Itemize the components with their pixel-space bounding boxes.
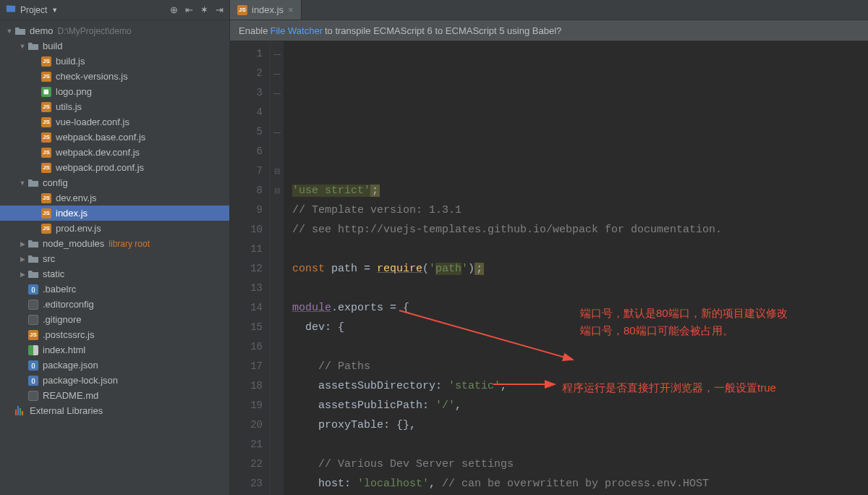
target-icon[interactable]: ⊕ (170, 4, 178, 15)
tree-item[interactable]: {}package-lock.json (0, 373, 229, 388)
tab-index-js[interactable]: JS index.js × (230, 0, 302, 20)
fold-marker[interactable]: — (271, 122, 284, 142)
dropdown-arrow-icon[interactable]: ▼ (51, 7, 58, 14)
fold-marker[interactable] (271, 396, 284, 415)
code-line[interactable]: assetsPublicPath: '/', (292, 396, 868, 415)
expand-arrow-icon[interactable]: ▶ (17, 271, 27, 278)
fold-marker[interactable] (271, 240, 284, 259)
line-number-gutter[interactable]: 1234567891011121314151617181920212223 (230, 41, 271, 495)
line-number[interactable]: 11 (230, 240, 263, 259)
fold-marker[interactable] (271, 318, 284, 337)
close-icon[interactable]: × (288, 4, 294, 15)
line-number[interactable]: 20 (230, 415, 263, 435)
line-number[interactable]: 21 (230, 435, 263, 454)
tree-item[interactable]: {}.babelrc (0, 282, 229, 297)
fold-marker[interactable] (271, 337, 284, 357)
line-number[interactable]: 22 (230, 454, 263, 474)
fold-column[interactable]: ————⊟⊟ (271, 41, 284, 495)
line-number[interactable]: 9 (230, 200, 263, 220)
line-number[interactable]: 15 (230, 318, 263, 337)
fold-marker[interactable] (271, 298, 284, 318)
fold-marker[interactable]: — (271, 83, 284, 103)
line-number[interactable]: 12 (230, 259, 263, 279)
collapse-icon[interactable]: ⇤ (185, 4, 193, 15)
tree-item[interactable]: {}package.json (0, 358, 229, 373)
line-number[interactable]: 2 (230, 64, 263, 83)
tree-item[interactable]: ▶static (0, 266, 229, 282)
line-number[interactable]: 6 (230, 142, 263, 161)
code-line[interactable]: dev: { (292, 318, 868, 337)
line-number[interactable]: 17 (230, 357, 263, 376)
code-line[interactable]: host: 'localhost', // can be overwritten… (292, 474, 868, 494)
line-number[interactable]: 19 (230, 396, 263, 415)
tree-item[interactable]: ▼config (0, 175, 229, 190)
tree-item[interactable]: ▶node_moduleslibrary root (0, 236, 229, 251)
fold-marker[interactable]: — (271, 44, 284, 64)
tree-item[interactable]: JSwebpack.dev.conf.js (0, 145, 229, 160)
tree-item[interactable]: JSutils.js (0, 99, 229, 114)
fold-marker[interactable]: ⊟ (271, 181, 284, 200)
tree-item[interactable]: JSvue-loader.conf.js (0, 114, 229, 130)
expand-arrow-icon[interactable]: ▼ (17, 43, 27, 50)
line-number[interactable]: 18 (230, 376, 263, 396)
code-line[interactable] (292, 279, 868, 298)
fold-marker[interactable] (271, 220, 284, 240)
fold-marker[interactable] (271, 454, 284, 474)
code-line[interactable]: // Template version: 1.3.1 (292, 200, 868, 220)
code-content[interactable]: 端口号，默认是80端口，新的项目建议修改 端口号，80端口可能会被占用。 程序运… (284, 41, 868, 495)
line-number[interactable]: 4 (230, 103, 263, 122)
fold-marker[interactable] (271, 474, 284, 494)
line-number[interactable]: 5 (230, 122, 263, 142)
gear-icon[interactable]: ✶ (200, 4, 208, 15)
line-number[interactable]: 13 (230, 279, 263, 298)
code-line[interactable]: module.exports = { (292, 298, 868, 318)
code-line[interactable] (292, 337, 868, 357)
fold-marker[interactable] (271, 415, 284, 435)
line-number[interactable]: 10 (230, 220, 263, 240)
code-line[interactable] (292, 240, 868, 259)
line-number[interactable]: 1 (230, 44, 263, 64)
fold-marker[interactable]: — (271, 64, 284, 83)
tree-item[interactable]: JSwebpack.base.conf.js (0, 130, 229, 145)
expand-arrow-icon[interactable]: ▼ (17, 179, 27, 187)
file-watcher-link[interactable]: File Watcher (270, 25, 322, 36)
tree-item[interactable]: JSdev.env.js (0, 190, 229, 206)
tree-item[interactable]: External Libraries (0, 403, 229, 418)
tree-item[interactable]: ▼demoD:\MyProject\demo (0, 23, 229, 38)
tree-item[interactable]: JSbuild.js (0, 54, 229, 69)
tree-item[interactable]: ▶src (0, 251, 229, 266)
fold-marker[interactable] (271, 200, 284, 220)
code-line[interactable]: // Various Dev Server settings (292, 454, 868, 474)
tree-item[interactable]: JSprod.env.js (0, 221, 229, 236)
expand-arrow-icon[interactable]: ▼ (4, 28, 14, 35)
fold-marker[interactable] (271, 259, 284, 279)
fold-marker[interactable] (271, 376, 284, 396)
tree-item[interactable]: ▼build (0, 38, 229, 54)
tree-item[interactable]: JScheck-versions.js (0, 69, 229, 84)
fold-marker[interactable] (271, 357, 284, 376)
line-number[interactable]: 14 (230, 298, 263, 318)
line-number[interactable]: 3 (230, 83, 263, 103)
fold-marker[interactable] (271, 435, 284, 454)
tree-item[interactable]: .gitignore (0, 312, 229, 327)
tree-item[interactable]: JSindex.js (0, 206, 229, 221)
fold-marker[interactable] (271, 103, 284, 122)
project-tree[interactable]: ▼demoD:\MyProject\demo▼buildJSbuild.jsJS… (0, 20, 229, 495)
code-line[interactable]: 'use strict'; (292, 181, 868, 200)
fold-marker[interactable]: ⊟ (271, 161, 284, 181)
code-line[interactable]: assetsSubDirectory: 'static', (292, 376, 868, 396)
code-line[interactable]: const path = require('path'); (292, 259, 868, 279)
code-line[interactable]: // Paths (292, 357, 868, 376)
code-line[interactable]: // see http://vuejs-templates.github.io/… (292, 220, 868, 240)
hide-icon[interactable]: ⇥ (216, 4, 224, 15)
fold-marker[interactable] (271, 279, 284, 298)
tree-item[interactable]: .editorconfig (0, 297, 229, 312)
fold-marker[interactable] (271, 142, 284, 161)
code-line[interactable] (292, 435, 868, 454)
tree-item[interactable]: JSwebpack.prod.conf.js (0, 160, 229, 175)
tree-item[interactable]: JS.postcssrc.js (0, 327, 229, 342)
line-number[interactable]: 7 (230, 161, 263, 181)
tree-item[interactable]: README.md (0, 388, 229, 403)
code-line[interactable]: proxyTable: {}, (292, 415, 868, 435)
expand-arrow-icon[interactable]: ▶ (17, 255, 27, 263)
